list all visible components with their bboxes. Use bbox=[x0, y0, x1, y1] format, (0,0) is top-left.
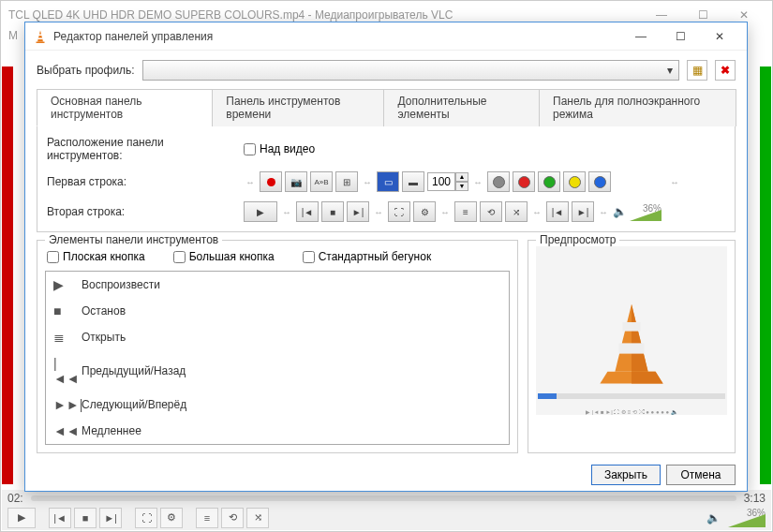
prev-button[interactable]: |◄ bbox=[49, 508, 71, 528]
cancel-button[interactable]: Отмена bbox=[666, 465, 736, 485]
elements-list[interactable]: ▶Воспроизвести ■Останов ≣Открыть |◄◄Пред… bbox=[45, 271, 510, 445]
profile-select[interactable] bbox=[142, 60, 679, 81]
element-open[interactable]: ≣Открыть bbox=[46, 324, 509, 350]
element-prev[interactable]: |◄◄Предыдущий/Назад bbox=[46, 350, 509, 392]
fullscreen-button[interactable]: ⛶ bbox=[135, 508, 157, 528]
play-icon: ▶ bbox=[53, 277, 72, 292]
profile-new-button[interactable]: ▦ bbox=[687, 60, 707, 81]
record-button[interactable] bbox=[260, 171, 282, 192]
spacer-icon[interactable]: ↔ bbox=[440, 207, 450, 217]
main-maximize-button[interactable]: ☐ bbox=[682, 8, 723, 22]
profile-delete-button[interactable]: ✖ bbox=[715, 60, 736, 81]
flat-button-checkbox[interactable]: Плоская кнопка bbox=[47, 250, 145, 263]
time-elapsed: 02: bbox=[7, 492, 23, 505]
dialog-close-x-button[interactable]: ✕ bbox=[700, 22, 739, 51]
stop-button[interactable]: ■ bbox=[74, 508, 97, 528]
vlc-cone-preview bbox=[594, 300, 669, 390]
loop-button-2[interactable]: ⟲ bbox=[480, 201, 502, 222]
color-green-button[interactable] bbox=[538, 171, 560, 192]
line1-label: Первая строка: bbox=[47, 175, 234, 188]
play-button-2[interactable]: ▶ bbox=[244, 201, 277, 222]
next-button[interactable]: ►| bbox=[99, 508, 122, 528]
elements-legend: Элементы панели инструментов bbox=[45, 233, 222, 246]
elements-group: Элементы панели инструментов Плоская кно… bbox=[37, 240, 518, 453]
next-button-2[interactable]: ►| bbox=[347, 201, 369, 222]
speaker-icon: 🔈 bbox=[706, 511, 721, 525]
shuffle-button-2[interactable]: ⤨ bbox=[505, 201, 528, 222]
line2-toolbar[interactable]: ▶ ↔ |◄ ■ ►| ↔ ⛶ ⚙ ↔ ≡ ⟲ ⤨ ↔ |◄ ► bbox=[244, 201, 662, 222]
video-edge-left bbox=[2, 66, 13, 484]
spacer-icon[interactable]: ↔ bbox=[670, 177, 679, 187]
settings-button-2[interactable]: ⚙ bbox=[413, 201, 436, 222]
time-total: 3:13 bbox=[744, 492, 766, 505]
spacer-icon[interactable]: ↔ bbox=[532, 207, 542, 217]
spacer-icon[interactable]: ↔ bbox=[599, 207, 608, 217]
toolbar-editor-dialog: Редактор панелей управления — ☐ ✕ Выбрат… bbox=[24, 22, 748, 492]
crop-button[interactable]: ▬ bbox=[402, 171, 424, 192]
svg-rect-7 bbox=[618, 343, 644, 353]
tab-main-toolbar[interactable]: Основная панель инструментов bbox=[37, 89, 213, 126]
element-stop[interactable]: ■Останов bbox=[46, 298, 509, 324]
volume-slider[interactable] bbox=[728, 514, 766, 527]
aspect-button[interactable]: ▭ bbox=[377, 171, 399, 192]
preview-legend: Предпросмотр bbox=[536, 233, 619, 246]
svg-rect-3 bbox=[38, 37, 43, 39]
color-blue-button[interactable] bbox=[588, 171, 611, 192]
main-controls: ▶ |◄ ■ ►| ⛶ ⚙ ≡ ⟲ ⤨ 🔈 36% bbox=[2, 505, 771, 530]
ext-settings-button[interactable]: ⚙ bbox=[160, 508, 183, 528]
main-minimize-button[interactable]: — bbox=[641, 8, 682, 22]
spacer-icon[interactable]: ↔ bbox=[282, 207, 291, 217]
spacer-icon[interactable]: ↔ bbox=[245, 177, 255, 187]
color-yellow-button[interactable] bbox=[563, 171, 586, 192]
video-edge-right bbox=[760, 66, 771, 484]
zoom-spinner[interactable]: ▲▼ bbox=[427, 172, 468, 191]
native-slider-checkbox[interactable]: Стандартный бегунок bbox=[303, 250, 432, 263]
dialog-maximize-button[interactable]: ☐ bbox=[661, 22, 700, 51]
playlist-button-2[interactable]: ≡ bbox=[454, 201, 477, 222]
prev-icon: |◄◄ bbox=[53, 356, 72, 386]
above-video-checkbox[interactable]: Над видео bbox=[244, 142, 315, 155]
spacer-icon[interactable]: ↔ bbox=[363, 177, 372, 187]
preview-group: Предпросмотр ▶ |◄ ■ ►| ⛶ ⚙ ≡ ⟲ ⤨ ● ● ● ●… bbox=[528, 240, 736, 453]
shuffle-button[interactable]: ⤨ bbox=[246, 508, 269, 528]
spacer-icon[interactable]: ↔ bbox=[374, 207, 383, 217]
placement-label: Расположение панели инструментов: bbox=[47, 136, 234, 162]
line2-label: Вторая строка: bbox=[47, 205, 234, 218]
main-close-button[interactable]: ✕ bbox=[723, 8, 765, 22]
tab-time-toolbar[interactable]: Панель инструментов времени bbox=[212, 89, 384, 126]
spacer-icon[interactable]: ↔ bbox=[473, 177, 483, 187]
color-grey-button[interactable] bbox=[487, 171, 510, 192]
line1-toolbar[interactable]: ↔ 📷 A»B ⊞ ↔ ▭ ▬ ▲▼ ↔ bbox=[244, 171, 681, 192]
fullscreen-button-2[interactable]: ⛶ bbox=[388, 201, 410, 222]
stop-icon: ■ bbox=[53, 303, 72, 318]
frame-button[interactable]: ⊞ bbox=[335, 171, 358, 192]
svg-marker-9 bbox=[632, 372, 663, 384]
line2-volume-slider[interactable] bbox=[630, 210, 662, 221]
vlc-cone-icon bbox=[33, 29, 48, 44]
play-button[interactable]: ▶ bbox=[7, 508, 36, 528]
close-button[interactable]: Закрыть bbox=[591, 465, 661, 485]
big-button-checkbox[interactable]: Большая кнопка bbox=[173, 250, 275, 263]
playlist-button[interactable]: ≡ bbox=[196, 508, 218, 528]
element-slower[interactable]: ◄◄Медленнее bbox=[46, 418, 509, 444]
svg-marker-5 bbox=[632, 304, 648, 372]
skip-back-button[interactable]: |◄ bbox=[546, 201, 569, 222]
tab-advanced[interactable]: Дополнительные элементы bbox=[383, 89, 540, 126]
stop-button-2[interactable]: ■ bbox=[321, 201, 344, 222]
prev-button-2[interactable]: |◄ bbox=[296, 201, 319, 222]
speaker-icon: 🔈 bbox=[613, 205, 627, 218]
tab-bar: Основная панель инструментов Панель инст… bbox=[37, 88, 736, 126]
next-icon: ►►| bbox=[53, 397, 72, 412]
skip-fwd-button[interactable]: ►| bbox=[572, 201, 594, 222]
element-next[interactable]: ►►|Следующий/Вперёд bbox=[46, 392, 509, 418]
loop-button[interactable]: ⟲ bbox=[221, 508, 244, 528]
color-red-button[interactable] bbox=[513, 171, 535, 192]
tab-fullscreen[interactable]: Панель для полноэкранного режима bbox=[539, 89, 736, 126]
tab-content: Расположение панели инструментов: Над ви… bbox=[37, 126, 736, 232]
slower-icon: ◄◄ bbox=[53, 423, 72, 438]
snapshot-button[interactable]: 📷 bbox=[285, 171, 307, 192]
dialog-minimize-button[interactable]: — bbox=[621, 22, 661, 51]
atob-button[interactable]: A»B bbox=[310, 171, 333, 192]
element-play[interactable]: ▶Воспроизвести bbox=[46, 272, 509, 298]
volume-area[interactable]: 🔈 36% bbox=[706, 508, 766, 527]
